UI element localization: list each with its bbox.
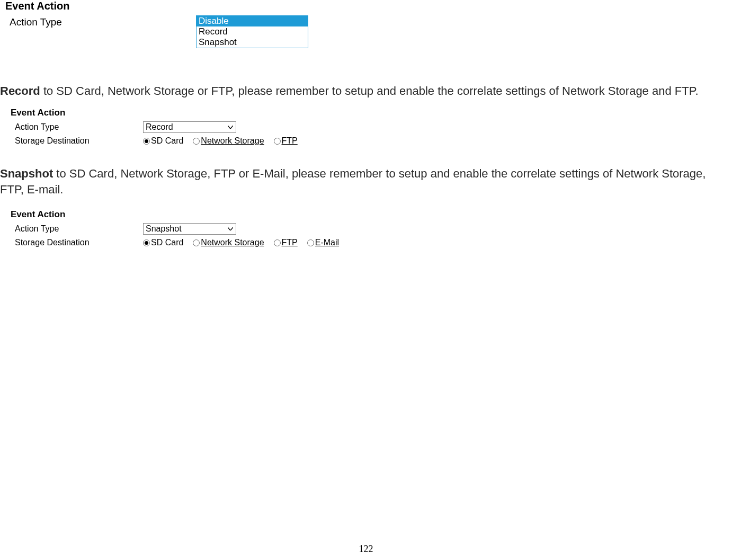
radio-label: Network Storage [201, 136, 264, 146]
action-type-value: Snapshot [146, 224, 182, 234]
event-action-heading: Event Action [5, 0, 732, 12]
record-description: Record to SD Card, Network Storage or FT… [0, 83, 732, 99]
action-type-label: Action Type [11, 224, 143, 234]
event-action-snapshot-panel: Event Action Action Type Snapshot Storag… [0, 209, 732, 247]
record-description-bold: Record [0, 84, 40, 97]
radio-icon [193, 138, 200, 145]
snapshot-description-rest: to SD Card, Network Storage, FTP or E-Ma… [0, 167, 706, 196]
event-action-record-panel: Event Action Action Type Record Storage … [0, 108, 732, 146]
page-number: 122 [0, 544, 732, 555]
event-action-heading: Event Action [11, 108, 732, 118]
storage-destination-radio[interactable]: FTP [274, 136, 298, 146]
chevron-down-icon [225, 224, 236, 234]
chevron-down-icon [225, 122, 236, 132]
radio-label: SD Card [151, 238, 183, 247]
storage-destination-radio[interactable]: Network Storage [193, 238, 264, 247]
radio-label: Network Storage [201, 238, 264, 247]
action-type-label: Action Type [11, 122, 143, 132]
storage-destination-radios: SD Card Network Storage FTP [143, 136, 298, 146]
action-type-option-disable[interactable]: Disable [197, 16, 308, 26]
snapshot-description-bold: Snapshot [0, 167, 53, 180]
radio-icon [274, 239, 281, 246]
action-type-option-snapshot[interactable]: Snapshot [197, 37, 308, 48]
radio-icon [193, 239, 200, 246]
storage-destination-radio[interactable]: SD Card [143, 238, 183, 247]
radio-icon [143, 138, 150, 145]
record-description-rest: to SD Card, Network Storage or FTP, plea… [40, 84, 699, 97]
storage-destination-label: Storage Destination [11, 238, 143, 247]
radio-icon [307, 239, 314, 246]
radio-icon [143, 239, 150, 246]
action-type-value: Record [146, 122, 173, 132]
snapshot-description: Snapshot to SD Card, Network Storage, FT… [0, 166, 732, 198]
action-type-dropdown[interactable]: Snapshot [143, 223, 236, 235]
radio-label: FTP [282, 136, 298, 146]
radio-label: SD Card [151, 136, 183, 146]
radio-label: FTP [282, 238, 298, 247]
radio-icon [274, 138, 281, 145]
storage-destination-radio[interactable]: Network Storage [193, 136, 264, 146]
action-type-listbox[interactable]: Disable Record Snapshot [196, 15, 308, 48]
action-type-dropdown[interactable]: Record [143, 121, 236, 133]
radio-label: E-Mail [315, 238, 339, 247]
event-action-heading: Event Action [11, 209, 732, 220]
storage-destination-radios: SD Card Network Storage FTP E-Mail [143, 238, 339, 247]
event-action-disable-panel: Event Action Action Type Disable Record … [0, 0, 732, 48]
storage-destination-label: Storage Destination [11, 136, 143, 146]
action-type-label: Action Type [5, 15, 196, 28]
action-type-option-record[interactable]: Record [197, 26, 308, 37]
storage-destination-radio[interactable]: E-Mail [307, 238, 339, 247]
storage-destination-radio[interactable]: FTP [274, 238, 298, 247]
storage-destination-radio[interactable]: SD Card [143, 136, 183, 146]
